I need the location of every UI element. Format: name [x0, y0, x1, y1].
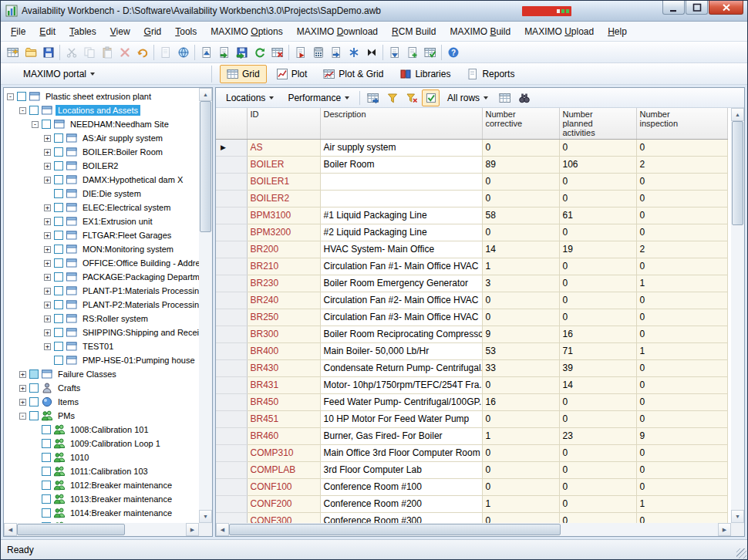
cell-description[interactable]: Burner, Gas Fired- For Boiler	[320, 428, 482, 445]
cell-number-inspection[interactable]: 2	[636, 157, 727, 174]
scrollbar-thumb[interactable]	[229, 524, 561, 535]
menu-maximo-build[interactable]: MAXIMO Build	[443, 23, 517, 40]
column-layout-button[interactable]	[496, 89, 514, 106]
all-rows-dropdown[interactable]: All rows	[441, 89, 494, 106]
cell-number-corrective[interactable]: 89	[482, 157, 559, 174]
menu-grid[interactable]: Grid	[137, 23, 169, 40]
cell-number-inspection[interactable]: 9	[636, 428, 727, 445]
cell-id[interactable]: BR210	[247, 258, 320, 275]
cell-number-planned-activities[interactable]: 0	[559, 513, 636, 524]
tree-checkbox[interactable]	[54, 147, 63, 157]
tree-checkbox[interactable]	[17, 92, 26, 101]
column-header-number-inspection[interactable]: Number inspection	[636, 108, 727, 140]
tree-expander-collapsed[interactable]: +	[44, 260, 51, 267]
tree-item-1010[interactable]: 1010	[4, 450, 199, 464]
tree-checkbox[interactable]	[42, 453, 51, 462]
title-bar[interactable]: Availability Workbench - D:\Software\Ava…	[1, 1, 747, 22]
cell-id[interactable]: BR230	[247, 275, 320, 292]
cell-description[interactable]: Air supply system	[320, 140, 482, 157]
cell-number-corrective[interactable]: 58	[482, 207, 559, 224]
tree-item-as-air-supply-system[interactable]: +AS:Air supply system	[4, 131, 199, 145]
tree-expander-collapsed[interactable]: +	[19, 399, 26, 406]
tree-item-items[interactable]: +Items	[4, 395, 199, 409]
cell-description[interactable]: #2 Liquid Packaging Line	[320, 224, 482, 241]
tree-item-1011-calibration-103[interactable]: 1011:Calibration 103	[4, 464, 199, 478]
cell-id[interactable]: BR240	[247, 292, 320, 309]
tree-checkbox[interactable]	[42, 467, 51, 476]
scroll-up-button[interactable]: ▲	[731, 108, 744, 121]
tree-checkbox[interactable]	[54, 161, 63, 170]
cell-id[interactable]: CONF200	[247, 496, 320, 513]
cell-number-planned-activities[interactable]: 0	[559, 445, 636, 462]
tree-expander-expanded[interactable]: -	[32, 121, 39, 128]
tree-expander-collapsed[interactable]: +	[44, 246, 51, 253]
scroll-left-button[interactable]: ◀	[216, 523, 229, 536]
cell-number-inspection[interactable]: 0	[636, 479, 727, 496]
tree-item-boiler2[interactable]: +BOILER2	[4, 159, 199, 173]
cell-id[interactable]: BOILER1	[247, 174, 320, 191]
cell-id[interactable]: AS	[247, 140, 320, 157]
row-selector[interactable]	[216, 292, 247, 309]
cell-description[interactable]: Circulation Fan #2- Main Office HVAC	[320, 292, 482, 309]
cell-description[interactable]: Main Office 3rd Floor Computer Room	[320, 445, 482, 462]
tree-checkbox[interactable]	[42, 120, 51, 129]
row-selector[interactable]	[216, 174, 247, 191]
maximo-portal-dropdown[interactable]: MAXIMO portal	[4, 68, 211, 80]
tree-item-pms[interactable]: -PMs	[4, 409, 199, 423]
rcm-build-button[interactable]	[327, 43, 345, 61]
cell-number-inspection[interactable]: 0	[636, 462, 727, 479]
scroll-right-button[interactable]: ▶	[718, 523, 731, 536]
tree-item-1008-calibration-101[interactable]: 1008:Calibration 101	[4, 423, 199, 437]
menu-edit[interactable]: Edit	[32, 23, 62, 40]
tree-expander-collapsed[interactable]: +	[44, 135, 51, 142]
tree-checkbox[interactable]	[42, 481, 51, 490]
tree-horizontal-scrollbar[interactable]: ◀ ▶	[4, 523, 199, 536]
row-selector[interactable]	[216, 411, 247, 428]
cell-description[interactable]: Boiler Room Reciprocating Compressor	[320, 326, 482, 343]
cell-number-planned-activities[interactable]: 0	[559, 275, 636, 292]
cell-number-planned-activities[interactable]: 0	[559, 411, 636, 428]
column-header-number-corrective[interactable]: Number corrective	[482, 108, 559, 140]
cell-number-inspection[interactable]: 1	[636, 496, 727, 513]
row-selector[interactable]: ▶	[216, 140, 247, 157]
maximize-button[interactable]	[686, 1, 708, 15]
cell-number-planned-activities[interactable]: 0	[559, 140, 636, 157]
cell-number-planned-activities[interactable]: 0	[559, 462, 636, 479]
cell-number-inspection[interactable]: 0	[636, 445, 727, 462]
tree-checkbox[interactable]	[54, 189, 63, 198]
cell-number-planned-activities[interactable]: 0	[559, 174, 636, 191]
maximo-download-button[interactable]	[291, 43, 309, 61]
tree-item-plant-p1-materials-processin[interactable]: +PLANT-P1:Materials Processin	[4, 284, 199, 298]
row-selector[interactable]	[216, 207, 247, 224]
tree-expander-collapsed[interactable]: +	[44, 343, 51, 350]
tree-checkbox[interactable]	[29, 369, 39, 379]
row-selector[interactable]	[216, 224, 247, 241]
scrollbar-thumb[interactable]	[200, 101, 211, 232]
tree-checkbox[interactable]	[54, 258, 63, 268]
open-project-button[interactable]	[22, 43, 39, 61]
cell-description[interactable]	[320, 174, 482, 191]
save-data-button[interactable]	[233, 43, 251, 61]
tree-item-1013-breaker-maintenance[interactable]: 1013:Breaker maintenance	[4, 492, 199, 506]
scroll-left-button[interactable]: ◀	[4, 523, 17, 536]
menu-rcm-build[interactable]: RCM Build	[385, 23, 443, 40]
tree-expander-expanded[interactable]: -	[7, 93, 14, 100]
tree-item-1014-breaker-maintenance[interactable]: 1014:Breaker maintenance	[4, 506, 199, 520]
cell-number-inspection[interactable]: 0	[636, 309, 727, 326]
tree-checkbox[interactable]	[54, 133, 63, 143]
tree-expander-collapsed[interactable]: +	[19, 371, 26, 378]
tree-checkbox[interactable]	[29, 397, 39, 407]
tree-checkbox[interactable]	[54, 203, 63, 212]
row-selector[interactable]	[216, 394, 247, 411]
menu-maximo-options[interactable]: MAXIMO Options	[204, 23, 289, 40]
row-selector[interactable]	[216, 479, 247, 496]
cell-id[interactable]: BR300	[247, 326, 320, 343]
cell-number-planned-activities[interactable]: 71	[559, 343, 636, 360]
cell-number-corrective[interactable]: 0	[482, 140, 559, 157]
filter-button[interactable]	[383, 89, 401, 106]
tree-expander-expanded[interactable]: -	[19, 107, 26, 114]
scroll-up-button[interactable]: ▲	[199, 88, 212, 101]
menu-file[interactable]: File	[4, 23, 32, 40]
minimize-button[interactable]	[662, 1, 685, 15]
save-project-button[interactable]	[39, 43, 57, 61]
